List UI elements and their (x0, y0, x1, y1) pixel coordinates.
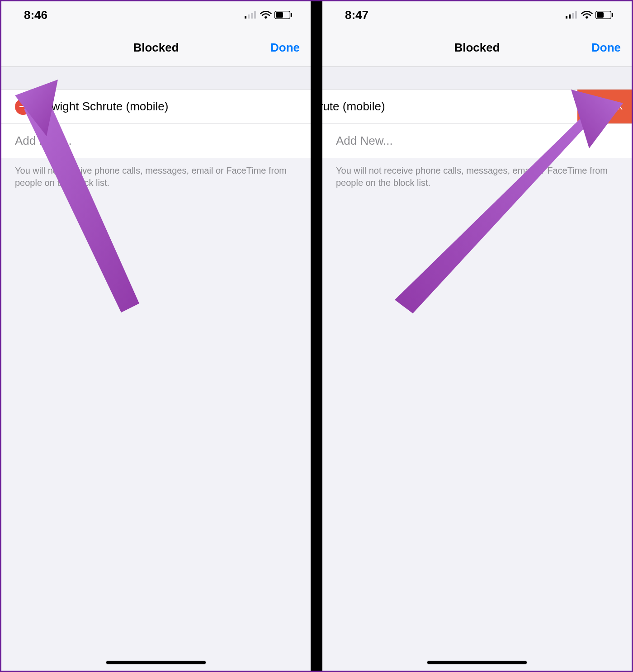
contact-name: wight Schrute (mobile) (322, 99, 385, 114)
status-time: 8:47 (345, 8, 368, 22)
status-icons (245, 11, 293, 19)
cellular-icon (566, 11, 578, 19)
svg-rect-2 (251, 13, 253, 19)
svg-rect-6 (291, 13, 292, 17)
svg-rect-15 (612, 13, 613, 17)
svg-rect-11 (572, 13, 574, 19)
add-new-label: Add New... (336, 134, 393, 148)
page-title: Blocked (133, 41, 179, 55)
battery-icon (595, 11, 614, 19)
unblock-label: Unblock (586, 100, 622, 112)
svg-rect-0 (245, 16, 246, 19)
add-new-label: Add New... (15, 134, 72, 148)
svg-rect-1 (248, 14, 250, 19)
phone-right: 8:47 Blocked Done wight Schrute (mobile)… (322, 1, 632, 671)
home-indicator (427, 661, 527, 664)
status-time: 8:46 (24, 8, 47, 22)
status-icons (566, 11, 614, 19)
section-spacer (322, 67, 632, 90)
done-button[interactable]: Done (270, 41, 300, 55)
add-new-row[interactable]: Add New... (1, 124, 311, 158)
delete-minus-icon[interactable] (15, 99, 31, 115)
nav-header: Blocked Done (322, 28, 632, 67)
svg-rect-14 (597, 12, 604, 18)
battery-icon (274, 11, 293, 19)
status-bar: 8:46 (1, 1, 311, 28)
wifi-icon (260, 11, 272, 19)
blocked-contact-row[interactable]: Dwight Schrute (mobile) (1, 90, 311, 124)
cellular-icon (245, 11, 257, 19)
home-indicator (106, 661, 206, 664)
footnote-text: You will not receive phone calls, messag… (1, 158, 311, 189)
image-divider (311, 1, 322, 671)
status-bar: 8:47 (322, 1, 632, 28)
page-title: Blocked (454, 41, 500, 55)
svg-rect-5 (276, 12, 283, 18)
svg-rect-3 (254, 11, 256, 19)
done-button[interactable]: Done (591, 41, 621, 55)
blocked-contact-row[interactable]: wight Schrute (mobile) Unblock (322, 90, 632, 124)
section-spacer (1, 67, 311, 90)
svg-rect-10 (569, 14, 571, 19)
nav-header: Blocked Done (1, 28, 311, 67)
svg-rect-12 (575, 11, 577, 19)
add-new-row[interactable]: Add New... (322, 124, 632, 158)
phone-left: 8:46 Blocked Done Dwight Schrute (mobile… (1, 1, 311, 671)
wifi-icon (581, 11, 593, 19)
footnote-text: You will not receive phone calls, messag… (322, 158, 632, 189)
unblock-button[interactable]: Unblock (577, 90, 632, 123)
contact-name: Dwight Schrute (mobile) (43, 99, 168, 114)
svg-rect-9 (566, 16, 567, 19)
